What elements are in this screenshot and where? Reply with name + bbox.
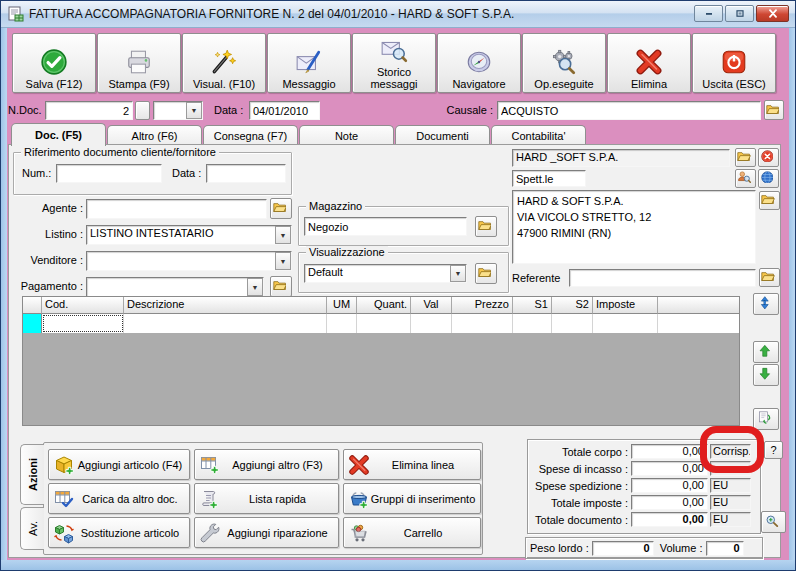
grid-cell[interactable] <box>452 314 513 333</box>
pagamento-folder-button[interactable] <box>270 276 292 297</box>
reference-date-input[interactable] <box>206 164 286 183</box>
totals-value[interactable]: 0,00 <box>631 461 708 476</box>
grid-header-s1[interactable]: S1 <box>513 297 552 314</box>
arrow-up-icon <box>758 344 775 361</box>
tab-note[interactable]: Note <box>299 125 394 146</box>
referente-input[interactable] <box>569 269 756 287</box>
titlebar[interactable]: FATTURA ACCOMPAGNATORIA FORNITORE N. 2 d… <box>1 1 795 28</box>
move-line-button[interactable] <box>753 293 779 315</box>
customer-remove-button[interactable] <box>758 148 779 167</box>
restore-button[interactable] <box>725 5 754 22</box>
grid-cell[interactable] <box>124 314 327 333</box>
close-button[interactable] <box>756 5 789 22</box>
causale-input[interactable] <box>497 101 761 120</box>
toolbar-button-storico-messaggi[interactable]: Storico messaggi <box>352 33 436 93</box>
tab-altro-f6[interactable]: Altro (F6) <box>107 125 202 146</box>
referente-folder-button[interactable] <box>759 268 780 287</box>
tab-azioni[interactable]: Azioni <box>20 444 44 505</box>
grid-header-s2[interactable]: S2 <box>552 297 593 314</box>
magazzino-input[interactable] <box>304 217 467 236</box>
listino-select[interactable]: LISTINO INTESTATARIO ▼ <box>86 225 292 245</box>
salutation-input[interactable] <box>512 170 586 187</box>
minimize-button[interactable] <box>694 5 723 22</box>
address-folder-button[interactable] <box>759 191 780 210</box>
action-button-aggiungi-altro-f3[interactable]: Aggiungi altro (F3) <box>194 449 339 480</box>
date-input[interactable] <box>249 101 320 120</box>
grid-cell[interactable] <box>411 314 452 333</box>
reference-num-input[interactable] <box>56 164 162 183</box>
toolbar-button-visual-f10[interactable]: Visual. (F10) <box>182 33 266 93</box>
toolbar-button-label: Navigatore <box>452 78 505 90</box>
action-button-aggiungi-articolo-f4[interactable]: Aggiungi articolo (F4) <box>48 449 190 480</box>
volume-value[interactable]: 0 <box>706 541 744 556</box>
action-button-lista-rapida[interactable]: Lista rapida <box>194 483 339 514</box>
grid-header-quant[interactable]: Quant. <box>357 297 411 314</box>
causale-folder-button[interactable] <box>764 100 784 120</box>
grid-row[interactable] <box>23 314 739 333</box>
totals-value[interactable]: 0,00 <box>631 478 708 493</box>
totals-value[interactable]: 0,00 <box>631 444 708 459</box>
venditore-select[interactable]: ▼ <box>86 251 292 271</box>
visualizzazione-folder-button[interactable] <box>475 263 497 284</box>
grid-cell[interactable] <box>552 314 593 333</box>
toolbar-button-salva-f12[interactable]: Salva (F12) <box>12 33 96 93</box>
folder-icon <box>478 219 495 234</box>
tab-documenti[interactable]: Documenti <box>395 125 490 146</box>
grid-header-cod[interactable]: Cod. <box>42 297 124 314</box>
ndoc-input[interactable] <box>45 101 133 120</box>
customer-address-box[interactable]: HARD & SOFT S.P.A. VIA VICOLO STRETTO, 1… <box>512 190 756 264</box>
action-button-carica-da-altro-doc[interactable]: Carica da altro doc. <box>48 483 190 514</box>
grid-header-prezzo[interactable]: Prezzo <box>452 297 513 314</box>
grid-header-imposte[interactable]: Imposte <box>593 297 658 314</box>
chevron-down-icon[interactable]: ▼ <box>247 278 263 296</box>
toolbar-button-stampa-f9[interactable]: Stampa (F9) <box>97 33 181 93</box>
chevron-down-icon[interactable]: ▼ <box>186 102 202 119</box>
grid-cell[interactable] <box>513 314 552 333</box>
grid-header-val[interactable]: Val <box>411 297 452 314</box>
action-button-aggiungi-riparazione[interactable]: Aggiungi riparazione <box>194 517 339 548</box>
tab-consegna-f7[interactable]: Consegna (F7) <box>203 125 298 146</box>
totals-value[interactable]: 0,00 <box>631 495 708 510</box>
line-up-button[interactable] <box>753 341 779 363</box>
contact-search-button[interactable] <box>735 169 756 188</box>
pagamento-select[interactable]: ▼ <box>86 277 264 297</box>
grid-row-selector[interactable] <box>23 314 42 333</box>
tab-contabilita[interactable]: Contabilita' <box>491 125 586 146</box>
toolbar-button-messaggio[interactable]: Messaggio <box>267 33 351 93</box>
totals-value[interactable]: 0,00 <box>631 512 708 527</box>
toolbar-button-uscita-esc[interactable]: Uscita (ESC) <box>692 33 776 93</box>
ndoc-spin-button[interactable] <box>135 101 150 120</box>
magazzino-folder-button[interactable] <box>475 216 497 237</box>
action-button-carrello[interactable]: Carrello <box>343 517 481 548</box>
refresh-lines-button[interactable] <box>753 408 779 430</box>
action-button-gruppi-di-inserimento[interactable]: Gruppi di inserimento <box>343 483 481 514</box>
action-button-elimina-linea[interactable]: Elimina linea <box>343 449 481 480</box>
ndoc-series-select[interactable]: ▼ <box>153 101 203 120</box>
tab-doc-f5[interactable]: Doc. (F5) <box>11 123 106 146</box>
chevron-down-icon[interactable]: ▼ <box>275 226 291 244</box>
toolbar-button-op-eseguite[interactable]: Op.eseguite <box>522 33 606 93</box>
corrisp-help-button[interactable]: ? <box>764 441 783 459</box>
grid-header-um[interactable]: UM <box>327 297 357 314</box>
visualizzazione-select[interactable]: Default ▼ <box>304 264 467 283</box>
reference-date-label: Data : <box>172 167 201 179</box>
line-down-button[interactable] <box>753 364 779 386</box>
grid-cell[interactable] <box>593 314 658 333</box>
totals-zoom-button[interactable] <box>761 511 786 533</box>
globe-button[interactable] <box>758 169 779 188</box>
peso-value[interactable]: 0 <box>592 541 654 556</box>
grid-cell[interactable] <box>42 314 124 333</box>
tab-av[interactable]: Av. <box>20 507 44 550</box>
grid-header-descrizione[interactable]: Descrizione <box>124 297 327 314</box>
chevron-down-icon[interactable]: ▼ <box>450 265 466 282</box>
toolbar-button-navigatore[interactable]: Navigatore <box>437 33 521 93</box>
agente-folder-button[interactable] <box>270 198 292 219</box>
customer-name-field[interactable]: HARD _SOFT S.P.A. <box>512 149 730 167</box>
agente-input[interactable] <box>86 199 267 219</box>
customer-folder-button[interactable] <box>735 148 756 167</box>
action-button-sostituzione-articolo[interactable]: Sostituzione articolo <box>48 517 190 548</box>
grid-cell[interactable] <box>357 314 411 333</box>
grid-cell[interactable] <box>327 314 357 333</box>
toolbar-button-elimina[interactable]: Elimina <box>607 33 691 93</box>
chevron-down-icon[interactable]: ▼ <box>275 252 291 270</box>
